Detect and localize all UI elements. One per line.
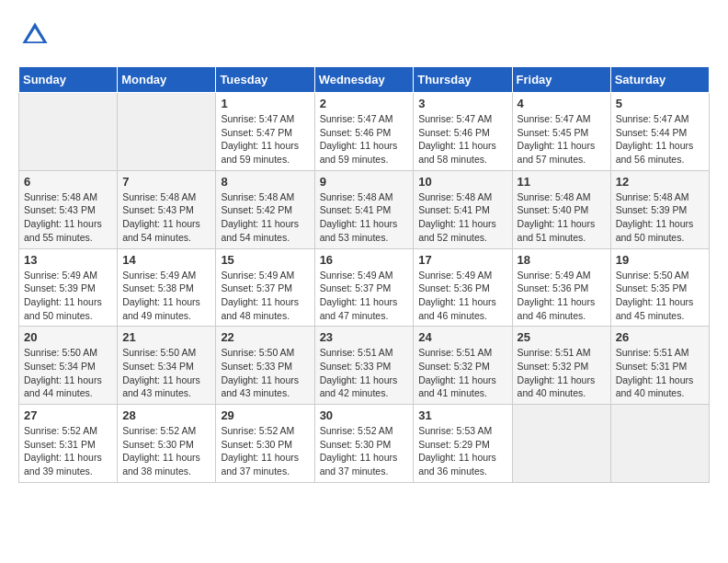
day-info: Sunrise: 5:52 AM Sunset: 5:30 PM Dayligh… — [122, 424, 210, 478]
day-number: 16 — [320, 253, 409, 267]
day-number: 4 — [518, 97, 606, 110]
day-number: 28 — [122, 408, 210, 422]
calendar-table: SundayMondayTuesdayWednesdayThursdayFrid… — [18, 66, 710, 483]
calendar-week-2: 6Sunrise: 5:48 AM Sunset: 5:43 PM Daylig… — [19, 170, 710, 248]
day-info: Sunrise: 5:48 AM Sunset: 5:41 PM Dayligh… — [320, 190, 409, 245]
day-info: Sunrise: 5:49 AM Sunset: 5:37 PM Dayligh… — [320, 269, 409, 323]
calendar-cell: 29Sunrise: 5:52 AM Sunset: 5:30 PM Dayli… — [216, 405, 314, 483]
day-info: Sunrise: 5:47 AM Sunset: 5:46 PM Dayligh… — [320, 112, 409, 167]
day-info: Sunrise: 5:51 AM Sunset: 5:31 PM Dayligh… — [616, 346, 704, 400]
calendar-cell: 23Sunrise: 5:51 AM Sunset: 5:33 PM Dayli… — [314, 327, 414, 405]
calendar-cell: 3Sunrise: 5:47 AM Sunset: 5:46 PM Daylig… — [414, 93, 512, 171]
calendar-cell: 21Sunrise: 5:50 AM Sunset: 5:34 PM Dayli… — [118, 327, 216, 405]
day-info: Sunrise: 5:47 AM Sunset: 5:47 PM Dayligh… — [221, 112, 309, 167]
day-number: 17 — [418, 253, 506, 267]
day-info: Sunrise: 5:49 AM Sunset: 5:38 PM Dayligh… — [122, 269, 210, 323]
calendar-cell: 15Sunrise: 5:49 AM Sunset: 5:37 PM Dayli… — [216, 248, 314, 327]
day-number: 6 — [24, 175, 112, 189]
calendar-cell: 11Sunrise: 5:48 AM Sunset: 5:40 PM Dayli… — [512, 170, 610, 248]
calendar-cell: 8Sunrise: 5:48 AM Sunset: 5:42 PM Daylig… — [216, 170, 314, 248]
day-number: 23 — [320, 330, 409, 344]
calendar-cell: 13Sunrise: 5:49 AM Sunset: 5:39 PM Dayli… — [19, 248, 118, 327]
day-number: 27 — [24, 408, 112, 422]
day-number: 9 — [320, 175, 409, 189]
page-header — [18, 18, 710, 52]
calendar-cell: 27Sunrise: 5:52 AM Sunset: 5:31 PM Dayli… — [19, 405, 118, 483]
logo — [18, 18, 57, 52]
day-number: 18 — [518, 253, 606, 267]
calendar-cell: 10Sunrise: 5:48 AM Sunset: 5:41 PM Dayli… — [414, 170, 512, 248]
calendar-cell: 24Sunrise: 5:51 AM Sunset: 5:32 PM Dayli… — [414, 327, 512, 405]
calendar-cell: 1Sunrise: 5:47 AM Sunset: 5:47 PM Daylig… — [216, 93, 314, 171]
day-info: Sunrise: 5:50 AM Sunset: 5:34 PM Dayligh… — [24, 346, 112, 400]
calendar-cell: 17Sunrise: 5:49 AM Sunset: 5:36 PM Dayli… — [414, 248, 512, 327]
day-number: 21 — [122, 330, 210, 344]
column-header-friday: Friday — [512, 67, 610, 93]
day-info: Sunrise: 5:48 AM Sunset: 5:43 PM Dayligh… — [24, 190, 112, 245]
day-number: 19 — [616, 253, 704, 267]
calendar-week-5: 27Sunrise: 5:52 AM Sunset: 5:31 PM Dayli… — [19, 405, 710, 483]
day-number: 8 — [221, 175, 309, 189]
day-info: Sunrise: 5:49 AM Sunset: 5:37 PM Dayligh… — [221, 269, 309, 323]
day-number: 14 — [122, 253, 210, 267]
calendar-cell: 25Sunrise: 5:51 AM Sunset: 5:32 PM Dayli… — [512, 327, 610, 405]
day-number: 29 — [221, 408, 309, 422]
calendar-cell: 30Sunrise: 5:52 AM Sunset: 5:30 PM Dayli… — [314, 405, 414, 483]
day-info: Sunrise: 5:49 AM Sunset: 5:36 PM Dayligh… — [418, 269, 506, 323]
logo-icon — [18, 18, 51, 52]
day-number: 22 — [221, 330, 309, 344]
calendar-cell: 26Sunrise: 5:51 AM Sunset: 5:31 PM Dayli… — [610, 327, 709, 405]
calendar-cell: 31Sunrise: 5:53 AM Sunset: 5:29 PM Dayli… — [414, 405, 512, 483]
calendar-cell: 22Sunrise: 5:50 AM Sunset: 5:33 PM Dayli… — [216, 327, 314, 405]
day-info: Sunrise: 5:50 AM Sunset: 5:33 PM Dayligh… — [221, 346, 309, 400]
day-number: 3 — [418, 97, 506, 110]
day-number: 2 — [320, 97, 409, 110]
calendar-cell: 12Sunrise: 5:48 AM Sunset: 5:39 PM Dayli… — [610, 170, 709, 248]
column-header-wednesday: Wednesday — [314, 67, 414, 93]
day-number: 11 — [518, 175, 606, 189]
day-info: Sunrise: 5:47 AM Sunset: 5:45 PM Dayligh… — [518, 112, 606, 167]
column-header-thursday: Thursday — [414, 67, 512, 93]
calendar-cell: 18Sunrise: 5:49 AM Sunset: 5:36 PM Dayli… — [512, 248, 610, 327]
calendar-cell: 20Sunrise: 5:50 AM Sunset: 5:34 PM Dayli… — [19, 327, 118, 405]
column-header-monday: Monday — [118, 67, 216, 93]
calendar-week-3: 13Sunrise: 5:49 AM Sunset: 5:39 PM Dayli… — [19, 248, 710, 327]
column-header-saturday: Saturday — [610, 67, 709, 93]
day-info: Sunrise: 5:48 AM Sunset: 5:40 PM Dayligh… — [518, 190, 606, 245]
day-info: Sunrise: 5:49 AM Sunset: 5:36 PM Dayligh… — [518, 269, 606, 323]
day-number: 24 — [418, 330, 506, 344]
day-number: 10 — [418, 175, 506, 189]
column-header-sunday: Sunday — [19, 67, 118, 93]
calendar-cell — [19, 93, 118, 171]
calendar-cell: 16Sunrise: 5:49 AM Sunset: 5:37 PM Dayli… — [314, 248, 414, 327]
day-info: Sunrise: 5:48 AM Sunset: 5:39 PM Dayligh… — [616, 190, 704, 245]
calendar-cell: 4Sunrise: 5:47 AM Sunset: 5:45 PM Daylig… — [512, 93, 610, 171]
column-header-tuesday: Tuesday — [216, 67, 314, 93]
calendar-cell: 19Sunrise: 5:50 AM Sunset: 5:35 PM Dayli… — [610, 248, 709, 327]
day-info: Sunrise: 5:48 AM Sunset: 5:41 PM Dayligh… — [418, 190, 506, 245]
day-number: 5 — [616, 97, 704, 110]
calendar-header-row: SundayMondayTuesdayWednesdayThursdayFrid… — [19, 67, 710, 93]
day-info: Sunrise: 5:52 AM Sunset: 5:30 PM Dayligh… — [320, 424, 409, 478]
day-number: 30 — [320, 408, 409, 422]
day-info: Sunrise: 5:51 AM Sunset: 5:33 PM Dayligh… — [320, 346, 409, 400]
day-info: Sunrise: 5:53 AM Sunset: 5:29 PM Dayligh… — [418, 424, 506, 478]
calendar-cell: 9Sunrise: 5:48 AM Sunset: 5:41 PM Daylig… — [314, 170, 414, 248]
day-info: Sunrise: 5:48 AM Sunset: 5:42 PM Dayligh… — [221, 190, 309, 245]
day-info: Sunrise: 5:51 AM Sunset: 5:32 PM Dayligh… — [418, 346, 506, 400]
day-info: Sunrise: 5:47 AM Sunset: 5:46 PM Dayligh… — [418, 112, 506, 167]
day-info: Sunrise: 5:50 AM Sunset: 5:34 PM Dayligh… — [122, 346, 210, 400]
day-info: Sunrise: 5:48 AM Sunset: 5:43 PM Dayligh… — [122, 190, 210, 245]
calendar-cell: 14Sunrise: 5:49 AM Sunset: 5:38 PM Dayli… — [118, 248, 216, 327]
day-number: 1 — [221, 97, 309, 110]
day-number: 12 — [616, 175, 704, 189]
day-number: 7 — [122, 175, 210, 189]
calendar-week-1: 1Sunrise: 5:47 AM Sunset: 5:47 PM Daylig… — [19, 93, 710, 171]
day-number: 31 — [418, 408, 506, 422]
calendar-cell: 2Sunrise: 5:47 AM Sunset: 5:46 PM Daylig… — [314, 93, 414, 171]
day-info: Sunrise: 5:50 AM Sunset: 5:35 PM Dayligh… — [616, 269, 704, 323]
calendar-cell — [512, 405, 610, 483]
calendar-cell: 28Sunrise: 5:52 AM Sunset: 5:30 PM Dayli… — [118, 405, 216, 483]
calendar-cell: 6Sunrise: 5:48 AM Sunset: 5:43 PM Daylig… — [19, 170, 118, 248]
day-number: 26 — [616, 330, 704, 344]
